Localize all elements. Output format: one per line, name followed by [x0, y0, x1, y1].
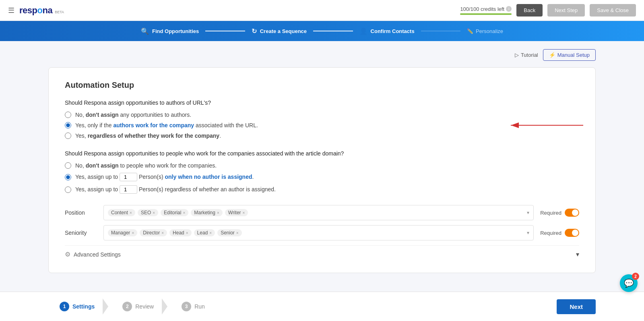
position-row: Position Content× SEO× Editorial× Market…: [65, 205, 579, 220]
advanced-settings-label: Advanced Settings: [74, 251, 121, 258]
step-line-1: [205, 31, 245, 31]
progress-nav: 🔍 Find Opportunities ↻ Create a Sequence…: [0, 21, 644, 41]
position-dropdown-arrow: ▾: [527, 210, 529, 215]
step-confirm-label: Confirm Contacts: [371, 28, 415, 34]
header: ☰ respona BETA 100/100 credits left i Ba…: [0, 0, 644, 21]
search-icon: 🔍: [141, 27, 149, 35]
step-find-label: Find Opportunities: [152, 28, 199, 34]
tag-writer: Writer×: [225, 209, 248, 216]
logo: respona BETA: [19, 5, 64, 16]
tag-seo: SEO×: [138, 209, 158, 216]
option1a-rest: any opportunities to authors.: [119, 112, 192, 118]
personalize-label: Personalize: [476, 28, 503, 34]
play-icon: ▷: [515, 52, 519, 58]
companies-option-regardless[interactable]: Yes, assign up to Person(s) regardless o…: [65, 185, 579, 194]
section-companies: Should Respona assign opportunities to p…: [65, 150, 579, 194]
companies-option-no[interactable]: No, don't assign to people who work for …: [65, 162, 579, 169]
pencil-icon: ✏️: [467, 28, 473, 34]
section-authors: Should Respona assign opportunities to a…: [65, 99, 579, 139]
step-line-3: [421, 31, 460, 31]
progress-steps: 🔍 Find Opportunities ↻ Create a Sequence…: [141, 27, 503, 35]
only-when-no-author: only when no author is assigned: [165, 174, 252, 180]
tag-manager: Manager×: [108, 229, 137, 236]
regardless-text: regardless of whether they work for the …: [88, 133, 220, 139]
lightning-icon: ⚡: [549, 52, 555, 58]
tag-lead: Lead×: [194, 229, 215, 236]
assign-up-to-input-1[interactable]: [120, 173, 137, 181]
tag-content: Content×: [108, 209, 135, 216]
authors-company-link: authors work for the company: [113, 122, 194, 128]
logo-beta: BETA: [55, 10, 64, 14]
logo-text: respona: [19, 5, 52, 16]
header-left: ☰ respona BETA: [8, 5, 64, 16]
position-required-section: Required: [540, 209, 579, 217]
settings-icon: ⚙: [65, 251, 70, 258]
authors-option-regardless[interactable]: Yes, regardless of whether they work for…: [65, 133, 579, 139]
seniority-required-section: Required: [540, 229, 579, 237]
main-content: ▷ Tutorial ⚡ Manual Setup Automation Set…: [0, 41, 644, 281]
tag-editorial: Editorial×: [161, 209, 188, 216]
step-line-2: [313, 31, 353, 31]
seniority-required-toggle[interactable]: [565, 229, 579, 237]
red-arrow-annotation: [507, 117, 587, 133]
question-companies: Should Respona assign opportunities to p…: [65, 150, 579, 157]
question-authors: Should Respona assign opportunities to a…: [65, 99, 579, 106]
position-required-label: Required: [540, 210, 561, 216]
automation-setup-card: Automation Setup Should Respona assign o…: [48, 67, 596, 273]
authors-radio-company[interactable]: [65, 122, 71, 128]
manual-setup-button[interactable]: ⚡ Manual Setup: [543, 49, 596, 61]
companies-option-author-only[interactable]: Yes, assign up to Person(s) only when no…: [65, 173, 579, 181]
position-label: Position: [65, 209, 97, 216]
back-button[interactable]: Back: [516, 4, 543, 17]
credits-info-icon[interactable]: i: [506, 6, 512, 12]
authors-option-company[interactable]: Yes, only if the authors work for the co…: [65, 122, 579, 128]
seniority-tag-select[interactable]: Manager× Director× Head× Lead× Senior× ▾: [103, 225, 534, 240]
chat-badge: 2: [632, 273, 639, 280]
advanced-settings[interactable]: ⚙ Advanced Settings ▾: [65, 245, 579, 263]
companies-radio-regardless[interactable]: [65, 186, 71, 193]
chevron-down-icon: ▾: [576, 251, 579, 258]
dont-assign-text: don't assign: [86, 112, 119, 118]
seniority-row: Seniority Manager× Director× Head× Lead×…: [65, 225, 579, 240]
tag-director: Director×: [140, 229, 167, 236]
tutorial-label: Tutorial: [521, 52, 538, 58]
step-sequence-label: Create a Sequence: [260, 28, 307, 34]
assign-up-to-input-2[interactable]: [120, 185, 137, 194]
save-close-button[interactable]: Save & Close: [590, 4, 636, 17]
contacts-icon: 👤: [359, 27, 367, 35]
position-required-toggle[interactable]: [565, 209, 579, 217]
header-right: 100/100 credits left i Back Next Step Sa…: [460, 4, 636, 17]
companies-radio-author-only[interactable]: [65, 174, 71, 180]
seniority-label: Seniority: [65, 230, 97, 236]
authors-radio-no[interactable]: [65, 112, 71, 118]
step-create-sequence[interactable]: ↻ Create a Sequence: [252, 27, 307, 35]
card-title: Automation Setup: [65, 81, 579, 90]
credits-text: 100/100 credits left: [460, 6, 504, 12]
step-personalize[interactable]: ✏️ Personalize: [467, 28, 503, 34]
seniority-dropdown-arrow: ▾: [527, 230, 529, 236]
manual-setup-label: Manual Setup: [557, 52, 590, 58]
dont-assign-companies: don't assign: [86, 162, 119, 169]
credits-bar-fill: [460, 13, 512, 15]
tutorial-button[interactable]: ▷ Tutorial: [515, 49, 538, 61]
seniority-required-label: Required: [540, 230, 561, 236]
companies-radio-no[interactable]: [65, 162, 71, 169]
next-step-button[interactable]: Next Step: [547, 4, 585, 17]
step-find-opportunities[interactable]: 🔍 Find Opportunities: [141, 27, 199, 35]
credits-bar: [460, 13, 512, 15]
toolbar: ▷ Tutorial ⚡ Manual Setup: [48, 49, 596, 61]
hamburger-menu[interactable]: ☰: [8, 6, 14, 15]
authors-radio-group: No, don't assign any opportunities to au…: [65, 112, 579, 139]
position-tag-select[interactable]: Content× SEO× Editorial× Marketing× Writ…: [103, 205, 534, 220]
tag-head: Head×: [169, 229, 192, 236]
companies-radio-group: No, don't assign to people who work for …: [65, 162, 579, 194]
sequence-icon: ↻: [252, 27, 257, 35]
authors-radio-regardless[interactable]: [65, 133, 71, 139]
chat-icon: 💬: [624, 278, 634, 281]
tag-senior: Senior×: [217, 229, 242, 236]
tag-marketing: Marketing×: [191, 209, 223, 216]
step-confirm-contacts[interactable]: 👤 Confirm Contacts: [359, 27, 415, 35]
credits-info: 100/100 credits left i: [460, 6, 512, 15]
authors-option-no[interactable]: No, don't assign any opportunities to au…: [65, 112, 579, 118]
